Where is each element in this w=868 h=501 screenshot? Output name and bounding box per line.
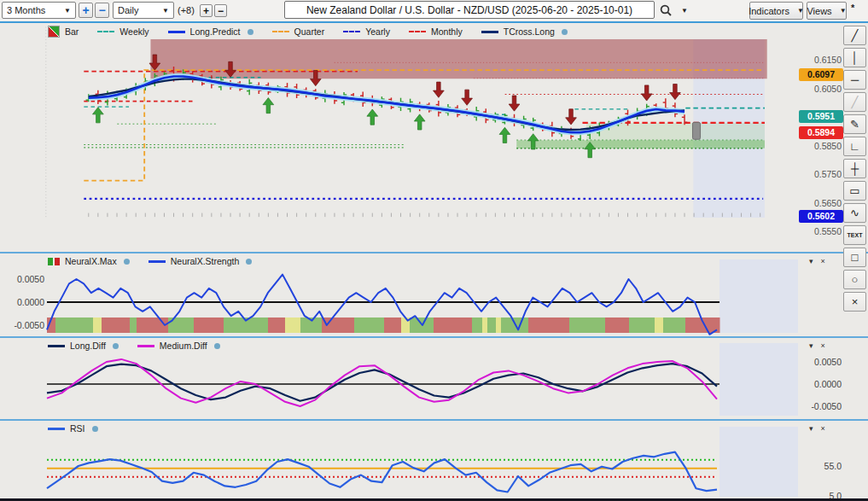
forecast-offset-label: (+8) [178,5,195,15]
angled-line-disabled-icon: ╱ [843,92,866,112]
panel-close-icon[interactable]: × [821,257,825,265]
bar-swatch-icon [48,26,60,38]
delete-icon[interactable]: × [843,292,866,312]
panel-collapse-icon[interactable]: ▾ [809,341,813,350]
drawing-tools-toolbar: ╱│─╱✎∟┼▭∿TEXT□○× [843,26,867,312]
price-label: 0.5650 [799,198,842,208]
legend-label: Yearly [365,26,390,37]
interval-select[interactable]: Daily ▼ [113,2,174,19]
info-icon[interactable] [113,343,119,349]
axis-tick-label: 55.0 [801,461,842,471]
symbol-title: New Zealand Dollar / U.S. Dollar - NZD/U… [306,4,632,16]
legend-label: Medium.Diff [160,341,207,351]
search-icon[interactable] [659,3,673,17]
legend-label: Weekly [119,26,149,37]
legend-item-quarter: Quarter [272,26,325,37]
modified-indicator: * [851,3,854,13]
price-chart-canvas[interactable] [0,23,868,252]
neuralx-legend: NeuralX.MaxNeuralX.Strength [48,256,252,266]
legend-label: Long.Predict [190,26,241,37]
line-swatch-icon [149,260,166,263]
main-chart-legend: BarWeeklyLong.PredictQuarterYearlyMonthl… [48,26,568,38]
top-toolbar: 3 Months ▼ + − Daily ▼ (+8) + − New Zeal… [0,0,868,23]
legend-label: Long.Diff [70,341,106,351]
horizontal-line-icon[interactable]: ─ [843,70,866,90]
chevron-down-icon[interactable]: ▼ [681,7,688,15]
diff-legend: Long.DiffMedium.Diff [48,341,220,351]
legend-label: NeuralX.Strength [171,256,240,266]
price-label: 0.5750 [799,169,842,179]
neuralx-panel-controls: ▾ × [809,257,825,265]
legend-label: RSI [70,423,85,434]
panel-collapse-icon[interactable]: ▾ [809,257,813,265]
range-select[interactable]: 3 Months ▼ [2,2,76,19]
symbol-title-box[interactable]: New Zealand Dollar / U.S. Dollar - NZD/U… [284,1,655,19]
offset-decrease-button[interactable]: − [214,4,227,17]
indicators-button[interactable]: Indicators▼ [749,2,803,20]
neuralx-swatch-icon [48,258,60,265]
rectangle-icon[interactable]: □ [843,248,866,267]
price-badge: 0.5951 [799,110,843,123]
marker-icon: ✎ [850,118,859,131]
info-icon[interactable] [248,29,253,35]
trendline-icon[interactable]: ╱ [843,26,866,45]
line-swatch-icon [97,31,114,32]
line-swatch-icon [481,31,498,33]
chevron-down-icon: ▼ [162,7,169,15]
legend-item-long-diff: Long.Diff [48,341,119,351]
panel-collapse-icon[interactable]: ▾ [809,424,813,433]
legend-label: Monthly [431,26,463,37]
axis-tick-label: 0.0000 [801,379,842,389]
rsi-canvas[interactable] [0,421,868,500]
legend-label: TCross.Long [504,26,555,37]
price-label: 0.6150 [799,55,842,65]
zoom-in-button[interactable]: + [79,3,93,18]
legend-item-bar: Bar [48,26,79,38]
crosshair-icon: ┼ [851,162,859,175]
rsi-legend: RSI [48,423,98,434]
axis-tick-label: 0.0000 [5,297,44,307]
zoom-out-button[interactable]: − [95,3,109,18]
info-icon[interactable] [92,426,98,432]
line-swatch-icon [343,31,360,32]
offset-increase-button[interactable]: + [200,4,213,17]
rsi-panel: RSI ▾ × 55.05.0 [0,419,868,500]
info-icon[interactable] [562,29,568,35]
range-select-value: 3 Months [7,5,45,15]
freehand-icon: ∿ [850,207,859,219]
views-button[interactable]: Views▼ [807,2,847,20]
text-tool-icon[interactable]: TEXT [843,225,866,245]
legend-item-neuralx-strength: NeuralX.Strength [149,256,253,266]
vertical-line-icon[interactable]: │ [843,48,866,67]
info-icon[interactable] [246,259,252,265]
chevron-down-icon: ▼ [797,7,804,15]
callout-icon: ▭ [849,184,859,197]
price-label: 0.5850 [799,141,842,151]
info-icon[interactable] [124,259,130,265]
line-swatch-icon [272,31,289,32]
panel-close-icon[interactable]: × [821,424,825,433]
price-label: 0.6050 [799,84,842,94]
callout-icon[interactable]: ▭ [843,181,866,201]
ellipse-icon: ○ [852,273,859,286]
crosshair-icon[interactable]: ┼ [843,159,866,178]
line-swatch-icon [48,345,65,347]
elbow-line-icon[interactable]: ∟ [843,137,866,156]
diff-panel: Long.DiffMedium.Diff ▾ × 0.00500.0000-0.… [0,336,868,421]
horizontal-line-icon: ─ [851,73,859,86]
ellipse-icon[interactable]: ○ [843,270,866,289]
panel-close-icon[interactable]: × [821,341,825,350]
axis-tick-label: 0.0050 [5,274,44,284]
neuralx-panel: NeuralX.MaxNeuralX.Strength ▾ × 0.00500.… [0,252,868,338]
line-swatch-icon [137,345,154,347]
legend-item-yearly: Yearly [343,26,390,37]
freehand-icon[interactable]: ∿ [843,203,866,223]
line-swatch-icon [168,31,185,33]
elbow-line-icon: ∟ [849,140,860,153]
legend-item-weekly: Weekly [97,26,149,37]
chevron-down-icon: ▼ [840,7,847,15]
info-icon[interactable] [214,343,220,349]
price-badge: 0.5894 [799,126,843,139]
marker-icon[interactable]: ✎ [843,114,866,134]
price-badge: 0.5602 [799,210,843,223]
